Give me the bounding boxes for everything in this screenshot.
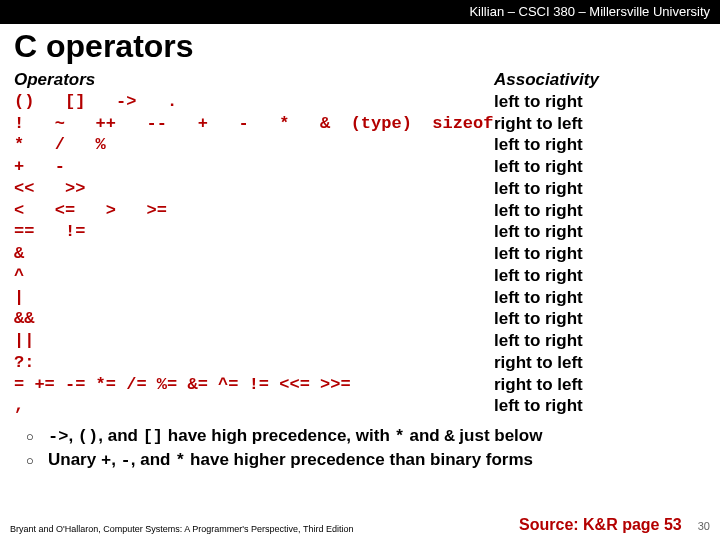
bullet-icon: ○ xyxy=(26,452,48,470)
table-row: &left to right xyxy=(14,243,706,265)
assoc-cell: left to right xyxy=(494,156,706,178)
ops-cell: && xyxy=(14,308,494,330)
page-number: 30 xyxy=(698,520,710,532)
table-row: ||left to right xyxy=(14,330,706,352)
ops-cell: == != xyxy=(14,221,494,243)
table-row: = += -= *= /= %= &= ^= != <<= >>=right t… xyxy=(14,374,706,396)
assoc-cell: left to right xyxy=(494,91,706,113)
assoc-cell: left to right xyxy=(494,243,706,265)
ops-cell: ?: xyxy=(14,352,494,374)
table-row: << >>left to right xyxy=(14,178,706,200)
ops-cell: = += -= *= /= %= &= ^= != <<= >>= xyxy=(14,374,494,396)
course-header: Killian – CSCI 380 – Millersville Univer… xyxy=(0,0,720,24)
ops-cell: () [] -> . xyxy=(14,91,494,113)
ops-cell: < <= > >= xyxy=(14,200,494,222)
table-row: () [] -> .left to right xyxy=(14,91,706,113)
footer: Bryant and O'Hallaron, Computer Systems:… xyxy=(0,516,720,534)
table-row: |left to right xyxy=(14,287,706,309)
page-title: C operators xyxy=(0,24,720,69)
table-header-row: Operators Associativity xyxy=(14,69,706,91)
table-row: ^left to right xyxy=(14,265,706,287)
assoc-cell: left to right xyxy=(494,221,706,243)
assoc-cell: left to right xyxy=(494,265,706,287)
assoc-cell: left to right xyxy=(494,287,706,309)
table-row: + -left to right xyxy=(14,156,706,178)
assoc-cell: left to right xyxy=(494,330,706,352)
ops-cell: * / % xyxy=(14,134,494,156)
ops-cell: | xyxy=(14,287,494,309)
ops-cell: ^ xyxy=(14,265,494,287)
ops-cell: ! ~ ++ -- + - * & (type) sizeof xyxy=(14,113,494,135)
assoc-cell: left to right xyxy=(494,134,706,156)
ops-cell: || xyxy=(14,330,494,352)
bullet-item: ○ ->, (), and [] have high precedence, w… xyxy=(26,425,706,449)
bullet-icon: ○ xyxy=(26,428,48,446)
assoc-cell: left to right xyxy=(494,308,706,330)
table-row: &&left to right xyxy=(14,308,706,330)
operators-table: Operators Associativity () [] -> .left t… xyxy=(0,69,720,417)
footer-citation: Bryant and O'Hallaron, Computer Systems:… xyxy=(10,524,353,534)
bullet-list: ○ ->, (), and [] have high precedence, w… xyxy=(0,417,720,473)
table-row: * / %left to right xyxy=(14,134,706,156)
ops-cell: << >> xyxy=(14,178,494,200)
ops-cell: & xyxy=(14,243,494,265)
table-row: ,left to right xyxy=(14,395,706,417)
assoc-cell: right to left xyxy=(494,374,706,396)
assoc-cell: left to right xyxy=(494,178,706,200)
assoc-cell: left to right xyxy=(494,200,706,222)
col-header-associativity: Associativity xyxy=(494,69,706,91)
assoc-cell: left to right xyxy=(494,395,706,417)
col-header-operators: Operators xyxy=(14,69,494,91)
table-row: < <= > >=left to right xyxy=(14,200,706,222)
table-row: ! ~ ++ -- + - * & (type) sizeofright to … xyxy=(14,113,706,135)
ops-cell: , xyxy=(14,395,494,417)
assoc-cell: right to left xyxy=(494,113,706,135)
table-row: ?:right to left xyxy=(14,352,706,374)
footer-source: Source: K&R page 53 xyxy=(519,516,682,534)
ops-cell: + - xyxy=(14,156,494,178)
bullet-text: ->, (), and [] have high precedence, wit… xyxy=(48,425,542,449)
assoc-cell: right to left xyxy=(494,352,706,374)
bullet-text: Unary +, -, and * have higher precedence… xyxy=(48,449,533,473)
table-row: == !=left to right xyxy=(14,221,706,243)
bullet-item: ○ Unary +, -, and * have higher preceden… xyxy=(26,449,706,473)
